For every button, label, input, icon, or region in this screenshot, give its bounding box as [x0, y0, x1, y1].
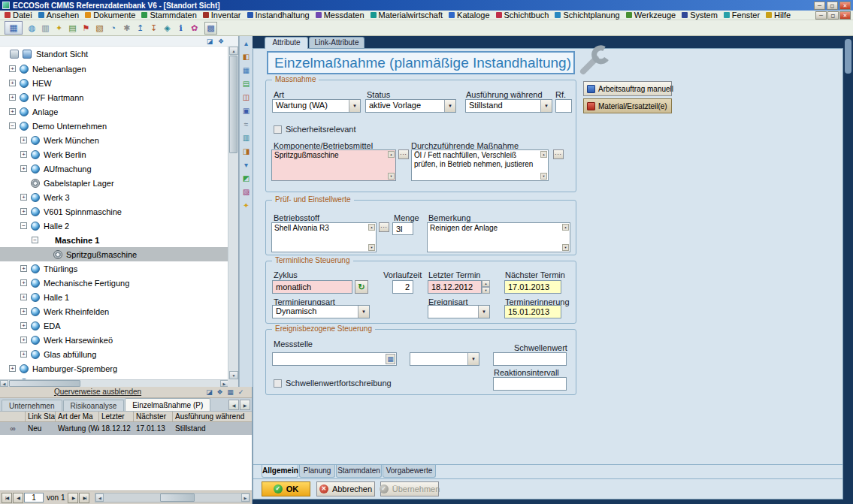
material-spare-parts-button[interactable]: Material/Ersatzteil(e) — [583, 98, 672, 113]
prev-page-button[interactable]: ◀ — [13, 493, 23, 503]
col-art[interactable]: Art der Ma — [56, 412, 99, 421]
chevron-down-icon[interactable]: ▼ — [540, 100, 552, 112]
menu-inventar[interactable]: Inventar — [200, 11, 244, 20]
tree-node-aufmachung[interactable]: +AUfmachung — [0, 161, 228, 176]
tree-node-werk-harsewinkel[interactable]: +Werk Harsewinkeö — [0, 333, 228, 347]
mdi-restore-button[interactable]: ◻ — [827, 11, 839, 20]
scroll-left-icon[interactable]: ◀ — [95, 493, 104, 502]
tab-planung[interactable]: Planung — [299, 465, 335, 478]
tree-vertical-scrollbar[interactable]: ▲ ▼ — [228, 47, 238, 379]
tree-node-hamburger-spremberg[interactable]: +Hamburger-Spremberg — [0, 361, 228, 376]
tree-node-glas-abfuellung[interactable]: +Glas abfüllung — [0, 347, 228, 361]
scroll-down-icon[interactable]: ▼ — [229, 371, 238, 379]
menu-system[interactable]: System — [679, 11, 721, 20]
collapse-up-icon[interactable]: ▴ — [241, 38, 252, 49]
scroll-up-icon[interactable]: ▲ — [368, 224, 375, 231]
diamond-icon[interactable]: ◈ — [161, 22, 174, 35]
scroll-up-icon[interactable]: ▲ — [388, 151, 395, 158]
pin-icon[interactable]: ✓ — [236, 388, 246, 397]
scroll-up-icon[interactable]: ▲ — [229, 47, 238, 55]
status-select[interactable]: aktive Vorlage▼ — [365, 99, 456, 113]
tab-unternehmen[interactable]: Unternehmen — [2, 400, 62, 411]
tree-node-mechanische-fertigung[interactable]: +Mechanische Fertigung — [0, 276, 228, 290]
clock-icon[interactable]: ◔ — [107, 22, 119, 35]
right-scrollbar-thumb[interactable] — [845, 39, 851, 74]
menu-schichtplanung[interactable]: Schichtplanung — [552, 11, 622, 20]
collapse-icon[interactable]: − — [32, 237, 38, 243]
tab-scroll-left-icon[interactable]: ◀ — [228, 400, 239, 410]
info-icon[interactable]: ℹ — [174, 22, 187, 35]
panel-window-icon[interactable]: ◫ — [241, 92, 252, 103]
first-page-button[interactable]: |◀ — [2, 493, 12, 503]
scroll-right-icon[interactable]: ▶ — [241, 493, 250, 502]
collapse-down-icon[interactable]: ▾ — [241, 160, 252, 171]
tab-stammdaten[interactable]: Stammdaten — [336, 465, 382, 478]
crossref-table-row[interactable]: ∞ Neu Wartung (WA) 18.12.12 17.01.13 Sti… — [0, 422, 252, 435]
mdi-close-button[interactable]: ✕ — [839, 11, 851, 20]
gear-icon[interactable]: ✱ — [120, 22, 133, 35]
tree-node-werk-muenchen[interactable]: +Werk München — [0, 133, 228, 147]
spin-down-icon[interactable]: ▼ — [482, 287, 490, 294]
expander-icon[interactable]: + — [20, 351, 27, 358]
menu-hilfe[interactable]: Hilfe — [763, 11, 794, 20]
expander-icon[interactable]: + — [20, 337, 27, 343]
tab-link-attribute[interactable]: Link-Attribute — [309, 37, 364, 48]
globe-icon[interactable]: ◍ — [26, 22, 38, 35]
tree-node-thuerlings[interactable]: +Thürlings — [0, 261, 228, 276]
rf-input[interactable] — [555, 99, 572, 113]
menu-dokumente[interactable]: Dokumente — [82, 11, 138, 20]
panel-grid-icon[interactable]: ▣ — [241, 106, 252, 116]
terminerinnerung-input[interactable]: 15.01.2013 — [504, 305, 561, 318]
expander-icon[interactable]: + — [20, 265, 27, 272]
collapse-icon[interactable]: − — [9, 122, 16, 129]
arrow-up-icon[interactable]: ↥ — [134, 22, 147, 35]
expander-icon[interactable]: + — [20, 194, 27, 201]
art-select[interactable]: Wartung (WA)▼ — [272, 99, 361, 113]
naechster-termin-input[interactable]: 17.01.2013 — [504, 280, 561, 294]
tab-einzelmassnahme[interactable]: Einzelmaßnahme (P) — [125, 398, 210, 411]
expander-icon[interactable]: + — [9, 94, 16, 101]
expander-icon[interactable]: + — [20, 151, 27, 158]
menge-input[interactable]: 3l — [392, 222, 413, 235]
expander-icon[interactable]: + — [20, 294, 27, 300]
tab-vorgabewerte[interactable]: Vorgabewerte — [383, 465, 436, 478]
panel-rows-icon[interactable]: ▥ — [241, 133, 252, 143]
expander-icon[interactable]: + — [9, 365, 16, 372]
col-letzter[interactable]: Letzter — [99, 412, 134, 421]
tree-node-eda[interactable]: +EDA — [0, 318, 228, 333]
tree-node-demo-unternehmen[interactable]: −Demo Unternehmen — [0, 119, 228, 133]
messstelle-input[interactable] — [272, 352, 397, 366]
scroll-down-icon[interactable]: ▼ — [562, 244, 569, 251]
panel-dock-icon[interactable]: ◨ — [241, 146, 252, 157]
chevron-down-icon[interactable]: ▼ — [467, 353, 479, 365]
expander-icon[interactable]: + — [20, 137, 27, 143]
apply-button[interactable]: ✓ Übernehmen — [380, 481, 439, 496]
tree-node-halle-1[interactable]: +Halle 1 — [0, 290, 228, 304]
collapse-icon[interactable]: − — [20, 222, 27, 229]
reaktionsintervall-input[interactable] — [493, 377, 567, 391]
tree-node-ivf-hartmann[interactable]: +IVF Hartmann — [0, 90, 228, 104]
menu-kataloge[interactable]: Kataloge — [446, 11, 492, 20]
messstelle-grid-icon[interactable]: ▦ — [386, 354, 395, 364]
minimize-button[interactable]: ─ — [814, 2, 825, 10]
fortschreibung-checkbox[interactable] — [274, 379, 282, 388]
save-icon[interactable]: ▥ — [39, 22, 52, 35]
tree-node-werk-berlin[interactable]: +Werk Berlin — [0, 147, 228, 161]
crossref-horizontal-scrollbar[interactable]: ◀ ▶ — [95, 493, 250, 502]
scroll-up-icon[interactable]: ▲ — [540, 151, 547, 158]
bemerkung-textarea[interactable]: Reinigen der Anlage ▲ ▼ — [427, 222, 570, 252]
komponente-browse-button[interactable]: ... — [398, 149, 409, 159]
menu-instandhaltung[interactable]: Instandhaltung — [244, 11, 313, 20]
letzter-termin-spinner[interactable]: ▲ ▼ — [482, 280, 490, 294]
betriebsstoff-textarea[interactable]: Shell Alvania R3 ▲ ▼ — [271, 222, 377, 252]
expander-icon[interactable]: + — [20, 208, 27, 215]
spin-up-icon[interactable]: ▲ — [482, 280, 490, 287]
komponente-textarea[interactable]: Spritzgußmaschine ▲ ▼ — [271, 149, 396, 181]
menu-stammdaten[interactable]: Stammdaten — [138, 11, 199, 20]
chevron-down-icon[interactable]: ▼ — [478, 306, 489, 318]
scroll-left-icon[interactable]: ◀ — [0, 380, 8, 387]
grid-window-icon[interactable]: ▦ — [5, 21, 23, 35]
next-page-button[interactable]: ▶ — [68, 493, 78, 503]
panel-list-icon[interactable]: ▤ — [241, 79, 252, 89]
menu-fenster[interactable]: Fenster — [721, 11, 763, 20]
